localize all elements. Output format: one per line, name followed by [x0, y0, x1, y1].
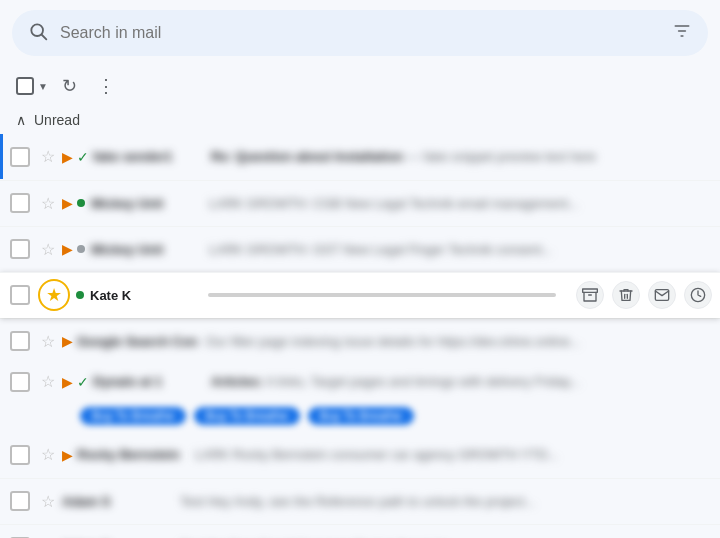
chip[interactable]: Buy To Breathe	[308, 407, 414, 425]
sender-name: Mickey Unit	[91, 196, 201, 211]
star-button[interactable]: ☆	[38, 492, 58, 511]
row-checkbox[interactable]	[10, 193, 30, 213]
section-title: Unread	[34, 112, 80, 128]
sender-name: Mickey Unit	[91, 242, 201, 257]
star-button[interactable]: ☆	[38, 240, 58, 259]
sender-name: Dynalo at 1	[93, 374, 203, 389]
mark-read-icon[interactable]	[648, 281, 676, 309]
important-marker: ▶	[62, 195, 73, 211]
star-button[interactable]: ☆	[38, 372, 58, 391]
row-checkbox[interactable]	[10, 331, 30, 351]
chips-row: Buy To Breathe Buy To Breathe Buy To Bre…	[0, 400, 720, 432]
row-checkbox[interactable]	[10, 239, 30, 259]
mail-content: Our filter page indexing issue details f…	[206, 334, 712, 349]
check-mark: ✓	[77, 374, 89, 390]
filter-icon[interactable]	[672, 21, 692, 46]
row-checkbox[interactable]	[10, 491, 30, 511]
mail-row[interactable]: ☆ Adam S Test Hey Andy, see the Referenc…	[0, 478, 720, 524]
delete-icon[interactable]	[612, 281, 640, 309]
mail-row-with-chips: ☆ ▶ ✓ Dynalo at 1 Articles: A links, Tar…	[0, 364, 720, 432]
mail-content: Articles: A links, Target pages and timi…	[211, 374, 712, 389]
sender-name: Google Search Con	[77, 334, 198, 349]
status-dot	[77, 199, 85, 207]
search-bar	[12, 10, 708, 56]
mail-row[interactable]: ☆ ▶ Google Search Con Our filter page in…	[0, 318, 720, 364]
progress-bar	[208, 293, 556, 297]
star-button[interactable]: ☆	[38, 194, 58, 213]
sender-name: Adam S	[62, 494, 172, 509]
important-marker: ▶	[62, 333, 73, 349]
svg-rect-5	[583, 289, 598, 292]
row-checkbox[interactable]	[10, 372, 30, 392]
important-marker: ▶	[62, 149, 73, 165]
svg-line-1	[42, 34, 47, 39]
chip[interactable]: Buy To Breathe	[194, 407, 300, 425]
toolbar: ▼ ↻ ⋮	[0, 66, 720, 106]
refresh-button[interactable]: ↻	[56, 71, 83, 101]
mail-list: ☆ ▶ ✓ fake sender1 Re: Question about In…	[0, 134, 720, 538]
mail-content: Re: Question about Installation — fake s…	[211, 149, 712, 164]
important-marker: ▶	[62, 447, 73, 463]
star-button[interactable]: ★	[38, 279, 70, 311]
unread-section-header: ∧ Unread	[0, 106, 720, 134]
star-button[interactable]: ☆	[38, 332, 58, 351]
mail-content: LARK Rocky Bernstein consumer car agency…	[195, 447, 712, 462]
star-button[interactable]: ☆	[38, 147, 58, 166]
status-dot	[77, 245, 85, 253]
row-checkbox[interactable]	[10, 147, 30, 167]
sender-name: Kate K	[90, 288, 200, 303]
snooze-icon[interactable]	[684, 281, 712, 309]
sender-name: fake sender1	[93, 149, 203, 164]
more-options-button[interactable]: ⋮	[91, 71, 121, 101]
select-all-checkbox[interactable]: ▼	[16, 77, 48, 95]
archive-icon[interactable]	[576, 281, 604, 309]
search-input[interactable]	[60, 24, 672, 42]
important-marker: ▶	[62, 241, 73, 257]
chevron-icon[interactable]: ∧	[16, 112, 26, 128]
chip[interactable]: Buy To Breathe	[80, 407, 186, 425]
mail-content: Test Hey Andy, see the Reference path to…	[180, 494, 712, 509]
search-icon	[28, 21, 48, 46]
mail-row[interactable]: ☆ ▶ ✓ Dynalo at 1 Articles: A links, Tar…	[0, 364, 720, 400]
mail-row[interactable]: ☆ ▶ Rocky Bernstein LARK Rocky Bernstein…	[0, 432, 720, 478]
status-dot	[76, 291, 84, 299]
important-marker: ▶	[62, 374, 73, 390]
row-actions	[576, 281, 712, 309]
mail-row[interactable]: ☆ ▶ ✓ fake sender1 Re: Question about In…	[0, 134, 720, 180]
star-button[interactable]: ☆	[38, 445, 58, 464]
mail-row-active[interactable]: ★ Kate K	[0, 272, 720, 318]
mail-row[interactable]: ☆ Adam S Test the Free Email Signature T…	[0, 524, 720, 538]
sender-name: Rocky Bernstein	[77, 447, 187, 462]
row-checkbox[interactable]	[10, 445, 30, 465]
mail-content: LARK GROWTH: GST New Legal Finger Techni…	[209, 242, 712, 257]
row-checkbox[interactable]	[10, 285, 30, 305]
check-mark: ✓	[77, 149, 89, 165]
mail-row[interactable]: ☆ ▶ Mickey Unit LARK GROWTH: CGB New Leg…	[0, 180, 720, 226]
mail-row[interactable]: ☆ ▶ Mickey Unit LARK GROWTH: GST New Leg…	[0, 226, 720, 272]
mail-content: LARK GROWTH: CGB New Legal Technik email…	[209, 196, 712, 211]
